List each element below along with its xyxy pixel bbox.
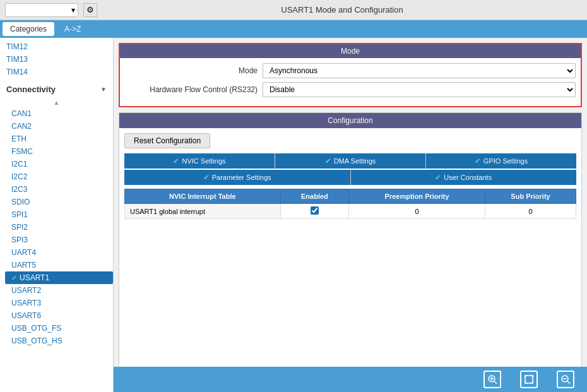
sidebar-item-usart3[interactable]: USART3 bbox=[5, 297, 113, 309]
tab-check-icon: ✔ bbox=[475, 157, 481, 165]
sidebar-item-sdio[interactable]: SDIO bbox=[5, 196, 113, 208]
svg-line-15 bbox=[567, 381, 570, 384]
sidebar-item-usb-otg-fs[interactable]: USB_OTG_FS bbox=[5, 322, 113, 335]
sidebar-item-spi1[interactable]: SPI1 bbox=[5, 208, 113, 221]
sidebar-item-label: UART5 bbox=[11, 261, 36, 270]
sidebar-item-label: ETH bbox=[11, 134, 27, 143]
nvic-col-enabled: Enabled bbox=[280, 189, 348, 204]
sidebar-item-label: CAN1 bbox=[11, 109, 32, 118]
check-icon: ✔ bbox=[11, 274, 17, 282]
connectivity-label: Connectivity bbox=[6, 85, 56, 94]
sidebar-item-can2[interactable]: CAN2 bbox=[5, 120, 113, 133]
nvic-enabled-checkbox[interactable] bbox=[311, 206, 319, 215]
page-title: USART1 Mode and Configuration bbox=[102, 5, 582, 15]
tab-label: NVIC Settings bbox=[182, 157, 225, 165]
nvic-row-name: USART1 global interrupt bbox=[125, 204, 281, 219]
sidebar-item-spi3[interactable]: SPI3 bbox=[5, 234, 113, 246]
content-area: Mode Mode Asynchronous Hardware Flow Con… bbox=[114, 38, 587, 392]
zoom-in-button[interactable] bbox=[483, 371, 501, 388]
nvic-col-sub: Sub Priority bbox=[485, 189, 576, 204]
nvic-col-name: NVIC Interrupt Table bbox=[125, 189, 281, 204]
zoom-in-icon bbox=[487, 374, 497, 384]
top-bar: ▾ ⚙ USART1 Mode and Configuration bbox=[0, 0, 587, 20]
mode-select[interactable]: Asynchronous bbox=[263, 63, 576, 78]
sidebar-item-label: TIM12 bbox=[6, 42, 28, 51]
connectivity-group-header[interactable]: Connectivity ▼ bbox=[0, 81, 113, 98]
bottom-toolbar bbox=[114, 367, 587, 392]
tab-categories[interactable]: Categories bbox=[3, 22, 54, 36]
config-section: Configuration Reset Configuration ✔ NVIC… bbox=[119, 112, 582, 387]
sidebar-item-usart1[interactable]: ✔ USART1 bbox=[5, 271, 113, 284]
sidebar-item-usart6[interactable]: USART6 bbox=[5, 309, 113, 322]
config-tab-bar-row1: ✔ NVIC Settings ✔ DMA Settings ✔ GPIO Se… bbox=[124, 153, 576, 169]
mode-label: Mode bbox=[125, 66, 258, 75]
flow-control-label: Hardware Flow Control (RS232) bbox=[125, 85, 258, 94]
fit-button[interactable] bbox=[520, 371, 538, 388]
sidebar-item-label: SPI1 bbox=[11, 210, 28, 219]
sidebar-item-tim13[interactable]: TIM13 bbox=[0, 53, 113, 66]
table-row: USART1 global interrupt 0 0 bbox=[125, 204, 576, 219]
sidebar-item-label: USART1 bbox=[20, 273, 49, 282]
tab-check-icon: ✔ bbox=[325, 157, 331, 165]
sidebar-item-spi2[interactable]: SPI2 bbox=[5, 221, 113, 234]
config-tab-bar-row2: ✔ Parameter Settings ✔ User Constants bbox=[124, 170, 576, 185]
search-box[interactable]: ▾ bbox=[5, 3, 78, 17]
sidebar-item-uart4[interactable]: UART4 bbox=[5, 246, 113, 259]
sidebar-item-label: USART6 bbox=[11, 311, 41, 320]
config-body: Reset Configuration ✔ NVIC Settings ✔ DM… bbox=[119, 128, 581, 386]
sidebar-item-label: I2C1 bbox=[11, 160, 27, 169]
sidebar-item-label: USB_OTG_FS bbox=[11, 324, 61, 333]
sidebar-item-uart5[interactable]: UART5 bbox=[5, 259, 113, 271]
mode-row: Mode Asynchronous bbox=[125, 63, 576, 78]
zoom-out-button[interactable] bbox=[557, 371, 574, 388]
tab-check-icon: ✔ bbox=[203, 173, 210, 182]
sidebar-item-usb-otg-hs[interactable]: USB_OTG_HS bbox=[5, 335, 113, 347]
svg-line-3 bbox=[494, 381, 497, 384]
nvic-interrupt-table: NVIC Interrupt Table Enabled Preemption … bbox=[124, 189, 576, 219]
sidebar-item-can1[interactable]: CAN1 bbox=[5, 107, 113, 120]
sidebar-item-label: I2C3 bbox=[11, 185, 27, 194]
sidebar-item-i2c1[interactable]: I2C1 bbox=[5, 158, 113, 170]
dropdown-arrow-icon: ▾ bbox=[71, 6, 75, 15]
sidebar-item-label: USB_OTG_HS bbox=[11, 336, 62, 345]
mode-header: Mode bbox=[120, 44, 581, 58]
tab-label: DMA Settings bbox=[334, 157, 376, 165]
fit-icon bbox=[524, 374, 534, 384]
sidebar-item-tim12[interactable]: TIM12 bbox=[0, 40, 113, 53]
tab-dma-settings[interactable]: ✔ DMA Settings bbox=[275, 153, 426, 169]
tab-label: GPIO Settings bbox=[483, 157, 528, 165]
sidebar-item-label: CAN2 bbox=[11, 122, 32, 131]
tab-az[interactable]: A->Z bbox=[57, 22, 88, 36]
sidebar-item-eth[interactable]: ETH bbox=[5, 133, 113, 145]
sidebar: TIM12 TIM13 TIM14 Connectivity ▼ ▲ CAN1 … bbox=[0, 38, 114, 392]
sidebar-item-fsmc[interactable]: FSMC bbox=[5, 145, 113, 158]
connectivity-items: CAN1 CAN2 ETH FSMC I2C1 I2C2 I2C3 SDIO S… bbox=[0, 107, 113, 347]
sidebar-item-i2c3[interactable]: I2C3 bbox=[5, 183, 113, 196]
sidebar-item-label: UART4 bbox=[11, 248, 36, 257]
sidebar-item-label: SPI3 bbox=[11, 235, 28, 244]
chevron-down-icon: ▼ bbox=[100, 86, 107, 93]
zoom-out-icon bbox=[560, 374, 571, 384]
nvic-row-sub: 0 bbox=[485, 204, 576, 219]
config-header: Configuration bbox=[119, 113, 581, 128]
tab-check-icon: ✔ bbox=[173, 157, 179, 165]
flow-control-select[interactable]: Disable bbox=[263, 82, 576, 97]
main-layout: TIM12 TIM13 TIM14 Connectivity ▼ ▲ CAN1 … bbox=[0, 38, 587, 392]
tab-nvic-settings[interactable]: ✔ NVIC Settings bbox=[124, 153, 275, 169]
search-input[interactable] bbox=[8, 6, 71, 14]
tab-user-constants[interactable]: ✔ User Constants bbox=[351, 170, 577, 185]
sidebar-item-tim14[interactable]: TIM14 bbox=[0, 66, 113, 78]
sidebar-item-i2c2[interactable]: I2C2 bbox=[5, 170, 113, 183]
flow-control-row: Hardware Flow Control (RS232) Disable bbox=[125, 82, 576, 97]
sidebar-item-label: I2C2 bbox=[11, 172, 27, 181]
nvic-row-preemption: 0 bbox=[349, 204, 485, 219]
sidebar-item-usart2[interactable]: USART2 bbox=[5, 284, 113, 297]
reset-config-button[interactable]: Reset Configuration bbox=[124, 133, 210, 148]
sidebar-item-label: USART2 bbox=[11, 286, 41, 295]
mode-section: Mode Mode Asynchronous Hardware Flow Con… bbox=[119, 43, 582, 107]
tab-parameter-settings[interactable]: ✔ Parameter Settings bbox=[124, 170, 351, 185]
nvic-row-enabled[interactable] bbox=[280, 204, 348, 219]
gear-button[interactable]: ⚙ bbox=[83, 3, 97, 17]
scroll-up-indicator: ▲ bbox=[0, 98, 113, 107]
tab-gpio-settings[interactable]: ✔ GPIO Settings bbox=[426, 153, 576, 169]
